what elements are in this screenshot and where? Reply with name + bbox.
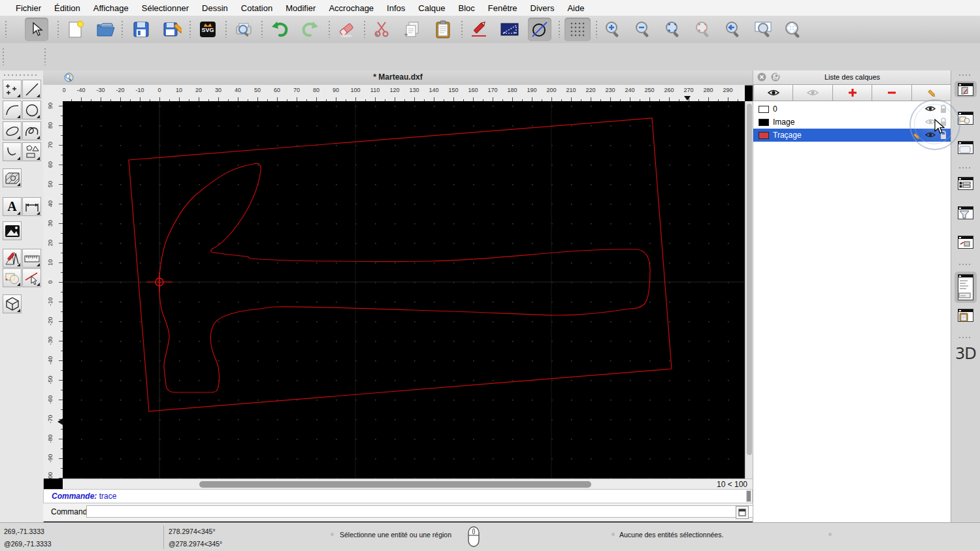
dock-pen-settings-button[interactable] (956, 234, 975, 250)
layer-color-swatch[interactable] (759, 106, 769, 113)
detach-console-button[interactable] (736, 506, 749, 519)
save-as-button[interactable] (161, 18, 184, 41)
distance-icon (500, 22, 519, 37)
scrollbar-thumb[interactable] (747, 104, 752, 455)
edit-layer-button[interactable] (912, 84, 951, 101)
menu-item[interactable]: Calque (412, 3, 451, 13)
layer-edit-pencil-icon[interactable] (911, 131, 921, 140)
paste-button[interactable] (431, 18, 455, 41)
menu-item[interactable]: Édition (48, 3, 87, 13)
menu-item[interactable]: Dessin (195, 3, 235, 13)
zoom-previous-button[interactable] (691, 18, 715, 41)
save-button[interactable] (129, 18, 153, 41)
points-tool-button[interactable] (3, 80, 22, 99)
menu-item[interactable]: Infos (380, 3, 412, 13)
measure-tool-button[interactable] (22, 249, 41, 268)
print-preview-button[interactable] (232, 18, 255, 41)
toolbar-separator (122, 21, 123, 38)
dock-library-browser-button[interactable] (955, 81, 977, 97)
svg-export-button[interactable]: SVG (196, 18, 220, 41)
polygon-tool-button[interactable] (22, 142, 41, 161)
add-layer-button[interactable] (833, 84, 872, 101)
new-document-button[interactable] (64, 18, 88, 41)
open-file-button[interactable] (94, 18, 118, 41)
hatch-tool-button[interactable] (3, 168, 22, 187)
layer-row-selected[interactable]: Traçage (753, 129, 951, 142)
dimension-tool-button[interactable] (22, 197, 41, 216)
document-window-titlebar[interactable]: * Marteau.dxf (43, 71, 753, 86)
menu-item[interactable]: Affichage (87, 3, 135, 13)
scrollbar-thumb[interactable] (199, 481, 591, 488)
select-tool-button[interactable] (25, 18, 48, 41)
dock-preview-button[interactable] (956, 139, 975, 155)
select-entity-button[interactable] (22, 268, 41, 287)
dock-selection-filter-button[interactable] (956, 204, 975, 221)
delete-button[interactable] (335, 18, 358, 41)
distance-tool-button[interactable] (498, 18, 521, 41)
draw-pencil-button[interactable] (467, 18, 491, 41)
layer-row[interactable]: 0 (753, 102, 951, 116)
redo-button[interactable] (299, 18, 322, 41)
window-icon (738, 509, 746, 516)
redo-icon (301, 22, 319, 37)
menu-item[interactable]: Accrochage (322, 3, 380, 13)
menu-item[interactable]: Modifier (279, 3, 322, 13)
grid-toggle-button[interactable] (564, 18, 591, 41)
v-ruler-label: -90 (44, 452, 57, 465)
remove-layer-button[interactable] (872, 84, 911, 101)
circle-line-button[interactable] (528, 18, 551, 41)
zoom-auto-button[interactable] (661, 18, 685, 41)
layer-lock-icon[interactable] (939, 104, 947, 114)
copy-button[interactable] (400, 18, 424, 41)
spline-tool-button[interactable] (22, 121, 41, 140)
text-tool-button[interactable]: A (3, 197, 22, 216)
dock-command-widget-button[interactable] (955, 272, 977, 303)
document-title: * Marteau.dxf (43, 72, 753, 82)
command-input[interactable] (86, 505, 768, 518)
scissors-icon (372, 20, 391, 39)
menu-item[interactable]: Fenêtre (482, 3, 524, 13)
layer-visible-icon[interactable] (925, 105, 936, 112)
zoom-in-button[interactable] (601, 18, 625, 41)
show-all-layers-button[interactable] (753, 84, 793, 101)
menu-item[interactable]: Sélectionner (135, 3, 195, 13)
hide-all-layers-button[interactable] (793, 84, 832, 101)
dock-clipboard-button[interactable] (956, 307, 975, 323)
modify-tools-button[interactable] (3, 249, 22, 268)
dock-layer-list-button[interactable] (956, 175, 975, 191)
arc-tool-button[interactable] (3, 101, 22, 119)
undo-button[interactable] (268, 18, 291, 41)
menu-item[interactable]: Aide (561, 3, 591, 13)
block-tools-button[interactable] (3, 268, 22, 287)
3d-tools-button[interactable] (3, 294, 22, 313)
zoom-in-icon (604, 20, 622, 39)
ellipse-tool-button[interactable] (3, 121, 22, 140)
view-3d-button[interactable]: 3D (955, 345, 976, 363)
layer-name: Image (773, 118, 794, 127)
menu-item[interactable]: Cotation (235, 3, 279, 13)
layer-color-swatch[interactable] (759, 119, 769, 126)
command-history: Commande: trace (43, 489, 753, 503)
v-ruler-label: -70 (44, 413, 57, 426)
polyline-tool-button[interactable] (3, 142, 22, 161)
menu-item[interactable]: Fichier (9, 3, 48, 13)
layer-color-swatch[interactable] (759, 132, 769, 139)
image-tool-button[interactable] (3, 221, 22, 240)
circle-tool-button[interactable] (22, 101, 41, 119)
pen-settings-icon (958, 236, 973, 249)
zoom-out-button[interactable] (631, 18, 655, 41)
dock-block-list-button[interactable] (956, 110, 975, 126)
zoom-window-button[interactable] (751, 18, 775, 41)
menu-item[interactable]: Divers (524, 3, 561, 13)
h-ruler-label: -30 (91, 87, 110, 93)
line-tool-button[interactable] (22, 80, 41, 99)
v-ruler-label: 40 (44, 197, 57, 210)
cut-button[interactable] (370, 18, 393, 41)
layer-row[interactable]: Image (753, 116, 951, 129)
canvas-horizontal-scrollbar[interactable]: 10 < 100 (63, 479, 753, 490)
drawing-canvas[interactable] (63, 101, 745, 479)
menu-item[interactable]: Bloc (451, 3, 481, 13)
history-scrollbar[interactable] (746, 490, 751, 502)
zoom-pan-button[interactable] (781, 18, 805, 41)
zoom-back-button[interactable] (721, 18, 745, 41)
